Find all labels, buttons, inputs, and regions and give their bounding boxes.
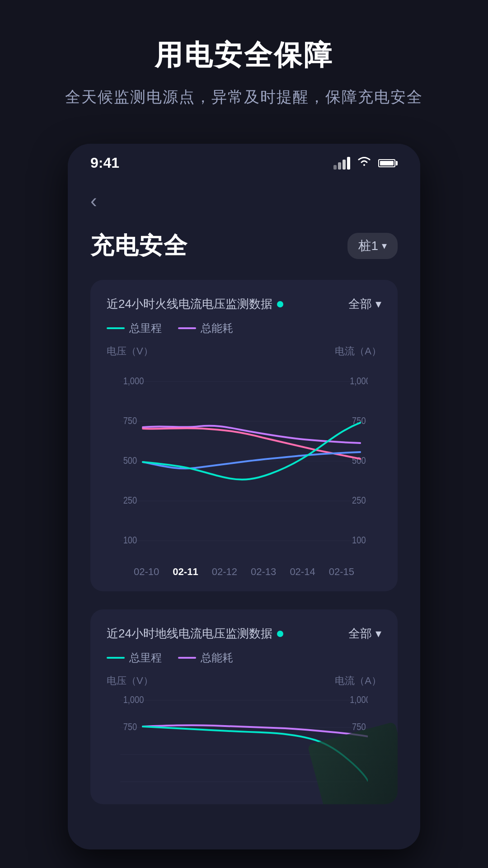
page-header: 用电安全保障 全天候监测电源点，异常及时提醒，保障充电安全 xyxy=(0,0,488,126)
chart2-legend: 总里程 总能耗 xyxy=(107,651,381,665)
chart2-filter-btn[interactable]: 全部 ▾ xyxy=(348,626,381,642)
pile-chevron-icon: ▾ xyxy=(382,240,387,252)
legend2-item-energy: 总能耗 xyxy=(178,651,233,665)
legend2-line-green xyxy=(107,657,125,659)
x-label-0210: 02-10 xyxy=(134,566,159,578)
chart1-header: 近24小时火线电流电压监测数据 全部 ▾ xyxy=(107,296,381,312)
phone-content: ‹ 充电安全 桩1 ▾ 近24小时火线电流电压监测数据 全 xyxy=(68,176,420,849)
svg-text:1,000: 1,000 xyxy=(350,694,368,705)
legend-line-purple xyxy=(178,327,196,329)
svg-text:250: 250 xyxy=(123,495,137,505)
svg-text:1,000: 1,000 xyxy=(123,375,144,386)
page-root: 用电安全保障 全天候监测电源点，异常及时提醒，保障充电安全 9:41 xyxy=(0,0,488,849)
chart1-axes: 电压（V） 电流（A） xyxy=(107,344,381,358)
content-header: 充电安全 桩1 ▾ xyxy=(90,230,398,262)
chart-card-2: 近24小时地线电流电压监测数据 全部 ▾ 总里程 xyxy=(90,609,398,804)
chart2-header: 近24小时地线电流电压监测数据 全部 ▾ xyxy=(107,626,381,642)
status-bar: 9:41 xyxy=(68,144,420,176)
chart1-filter-btn[interactable]: 全部 ▾ xyxy=(348,296,381,312)
chart1-y-right-label: 电流（A） xyxy=(335,344,381,358)
chart1-title: 近24小时火线电流电压监测数据 xyxy=(107,296,283,312)
chart1-svg: 1,000 750 500 250 100 1,000 750 500 250 … xyxy=(120,362,368,561)
x-label-0214: 02-14 xyxy=(290,566,315,578)
svg-text:750: 750 xyxy=(123,415,137,426)
page-subtitle: 全天候监测电源点，异常及时提醒，保障充电安全 xyxy=(27,87,461,108)
svg-text:1,000: 1,000 xyxy=(350,375,368,386)
phone-frame: 9:41 xyxy=(68,144,420,849)
svg-text:100: 100 xyxy=(352,534,366,545)
chart1-wrapper: 1,000 750 500 250 100 1,000 750 500 250 … xyxy=(107,362,381,578)
svg-text:1,000: 1,000 xyxy=(123,694,144,705)
chart2-status-dot xyxy=(277,631,283,637)
filter2-chevron-icon: ▾ xyxy=(375,627,381,641)
pile-label: 桩1 xyxy=(358,237,378,255)
legend2-line-purple xyxy=(178,657,196,659)
status-icons xyxy=(333,155,398,171)
chart2-title: 近24小时地线电流电压监测数据 xyxy=(107,626,283,642)
x-label-0215: 02-15 xyxy=(329,566,354,578)
battery-icon xyxy=(378,159,398,167)
chart1-y-left-label: 电压（V） xyxy=(107,344,153,358)
chart1-area: 1,000 750 500 250 100 1,000 750 500 250 … xyxy=(120,362,368,561)
chart2-axes: 电压（V） 电流（A） xyxy=(107,674,381,688)
x-label-0211: 02-11 xyxy=(173,566,198,578)
content-title: 充电安全 xyxy=(90,230,188,262)
legend-item-mileage: 总里程 xyxy=(107,321,162,335)
status-time: 9:41 xyxy=(90,155,119,171)
legend-line-green xyxy=(107,327,125,329)
svg-text:100: 100 xyxy=(123,534,137,545)
chart-card-1: 近24小时火线电流电压监测数据 全部 ▾ 总里程 xyxy=(90,280,398,591)
svg-text:500: 500 xyxy=(123,455,137,466)
legend2-item-mileage: 总里程 xyxy=(107,651,162,665)
x-label-0213: 02-13 xyxy=(251,566,276,578)
signal-icon xyxy=(333,157,350,170)
pile-selector[interactable]: 桩1 ▾ xyxy=(347,233,398,259)
svg-text:500: 500 xyxy=(352,455,366,466)
chart1-status-dot xyxy=(277,301,283,307)
svg-text:750: 750 xyxy=(123,721,137,732)
back-button[interactable]: ‹ xyxy=(90,185,97,217)
legend-item-energy: 总能耗 xyxy=(178,321,233,335)
chart1-legend: 总里程 总能耗 xyxy=(107,321,381,335)
page-title: 用电安全保障 xyxy=(27,36,461,74)
chart2-y-right-label: 电流（A） xyxy=(335,674,381,688)
svg-text:250: 250 xyxy=(352,495,366,505)
chart2-y-left-label: 电压（V） xyxy=(107,674,153,688)
wifi-icon xyxy=(357,155,372,171)
x-label-0212: 02-12 xyxy=(212,566,237,578)
chart1-x-labels: 02-10 02-11 02-12 02-13 02-14 02-15 xyxy=(120,566,368,578)
filter-chevron-icon: ▾ xyxy=(375,297,381,311)
